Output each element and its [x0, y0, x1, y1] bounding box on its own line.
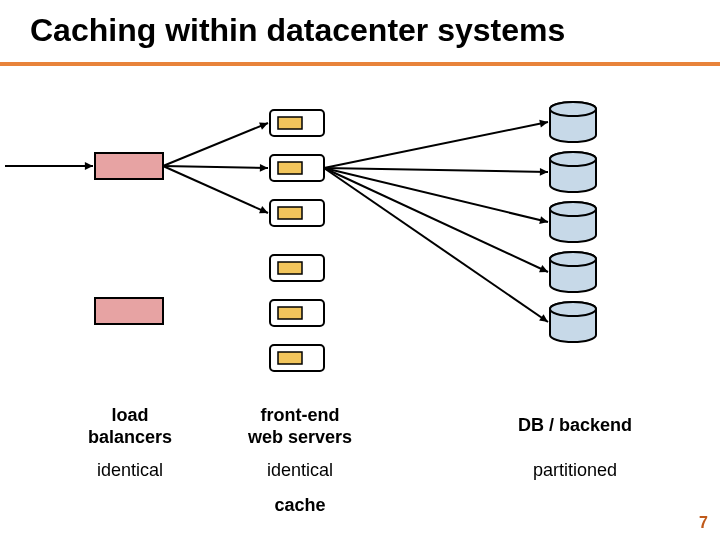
svg-line-29 [324, 168, 548, 322]
svg-line-19 [163, 166, 268, 213]
cache-icon [278, 207, 302, 219]
cache-icon [278, 352, 302, 364]
svg-point-10 [550, 102, 596, 116]
svg-marker-26 [539, 216, 548, 224]
database-icon [550, 102, 596, 142]
svg-line-15 [163, 123, 268, 166]
connector-arrow [5, 162, 93, 170]
svg-rect-0 [95, 153, 163, 179]
svg-point-13 [550, 252, 596, 266]
svg-line-21 [324, 122, 548, 168]
label-load-balancers: loadbalancers [75, 405, 185, 448]
connector-arrow [324, 120, 548, 168]
svg-point-12 [550, 202, 596, 216]
connector-arrow [163, 164, 268, 172]
svg-rect-1 [95, 298, 163, 324]
connector-arrow [163, 122, 268, 166]
svg-point-11 [550, 152, 596, 166]
connector-arrow [324, 168, 548, 224]
svg-point-14 [550, 302, 596, 316]
slide-title: Caching within datacenter systems [30, 12, 565, 49]
cache-icon [278, 262, 302, 274]
label-web-servers: front-endweb servers [235, 405, 365, 448]
svg-line-23 [324, 168, 548, 172]
svg-line-17 [163, 166, 268, 168]
architecture-diagram [0, 80, 720, 400]
web-server-icon [270, 345, 324, 371]
svg-marker-24 [540, 168, 548, 176]
page-number: 7 [699, 514, 708, 532]
svg-line-25 [324, 168, 548, 222]
connector-arrow [324, 168, 548, 176]
svg-marker-3 [85, 162, 93, 170]
title-underline [0, 62, 720, 66]
connector-arrow [324, 168, 548, 322]
load-balancer-icon [95, 153, 163, 179]
load-balancer-icon [95, 298, 163, 324]
database-icon [550, 152, 596, 192]
svg-marker-22 [539, 120, 548, 128]
svg-marker-18 [260, 164, 268, 172]
web-server-icon [270, 255, 324, 281]
web-server-icon [270, 200, 324, 226]
connector-arrow [324, 168, 548, 272]
web-server-icon [270, 110, 324, 136]
database-icon [550, 252, 596, 292]
database-icon [550, 202, 596, 242]
label-backend: DB / backend [500, 415, 650, 437]
cache-icon [278, 307, 302, 319]
sublabel-cache: cache [235, 495, 365, 517]
connector-arrow [163, 166, 268, 213]
sublabel-load-balancers: identical [75, 460, 185, 482]
web-server-icon [270, 300, 324, 326]
svg-line-27 [324, 168, 548, 272]
cache-icon [278, 117, 302, 129]
web-server-icon [270, 155, 324, 181]
cache-icon [278, 162, 302, 174]
sublabel-backend: partitioned [500, 460, 650, 482]
sublabel-web-servers: identical [235, 460, 365, 482]
svg-marker-30 [539, 314, 548, 322]
database-icon [550, 302, 596, 342]
